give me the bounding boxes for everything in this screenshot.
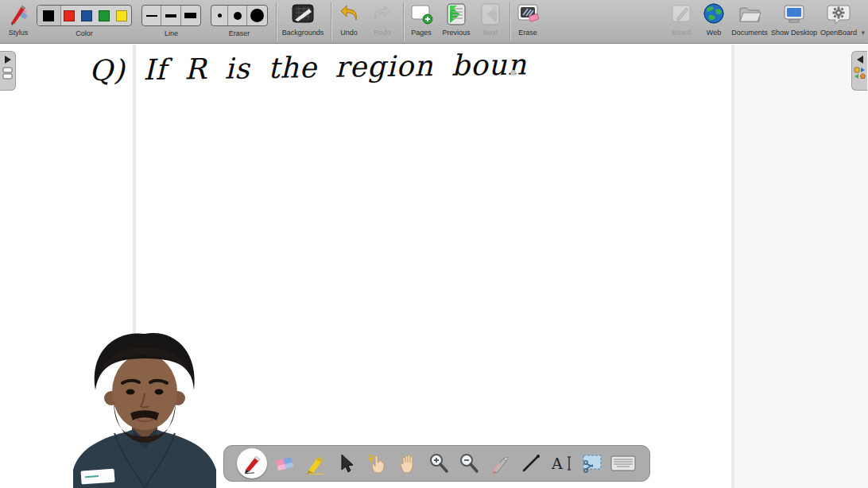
library-tab[interactable] (851, 51, 867, 91)
pen-icon (241, 452, 263, 474)
canvas-right-margin (734, 45, 868, 488)
handwritten-question-text: Q) If R is the region boun (89, 48, 567, 87)
erase-button[interactable]: Erase (512, 1, 544, 42)
pages-button[interactable]: Pages (405, 1, 437, 42)
pen-tool-button[interactable] (237, 448, 267, 478)
svg-text:A: A (551, 455, 563, 472)
toolbar-separator (331, 2, 331, 41)
show-desktop-button[interactable]: Show Desktop (771, 1, 817, 42)
previous-button[interactable]: Previous (439, 1, 474, 42)
web-globe-icon (699, 2, 728, 28)
interact-tool-button[interactable] (363, 448, 390, 478)
toolbar-separator (403, 2, 404, 41)
expand-right-icon (5, 56, 11, 64)
openboard-gear-icon (817, 2, 860, 28)
thick-line-icon (184, 13, 196, 18)
line-thin-option[interactable] (142, 6, 161, 25)
text-cursor-icon: A (550, 453, 574, 474)
line-label: Line (141, 29, 201, 37)
highlighter-tool-button[interactable] (302, 448, 329, 478)
top-toolbar: Stylus Color Line Eraser Backgrounds (0, 0, 868, 44)
library-icon (854, 67, 866, 79)
documents-folder-icon (730, 2, 769, 28)
openboard-menu-button[interactable]: OpenBoard (817, 1, 860, 42)
eraser-tool-button[interactable] (271, 448, 298, 478)
page-navigator-tab[interactable] (0, 51, 16, 91)
redo-icon (366, 2, 398, 28)
undo-label: Undo (333, 29, 365, 37)
medium-dot-icon (234, 12, 242, 20)
webcam-presenter-overlay (67, 328, 223, 488)
page-navigator-icon (2, 67, 13, 79)
highlighter-icon (304, 452, 327, 474)
zoom-in-tool-button[interactable] (425, 448, 452, 478)
color-swatch-blue[interactable] (78, 6, 95, 25)
backgrounds-icon (279, 2, 327, 28)
board-icon (666, 2, 696, 28)
whiteboard-canvas[interactable]: Q) If R is the region boun (0, 45, 868, 488)
toolbar-separator (276, 2, 277, 41)
undo-icon (333, 2, 365, 28)
open-hand-icon (397, 452, 419, 474)
black-swatch-icon (43, 10, 54, 21)
magnifier-minus-icon (458, 452, 480, 474)
line-group (141, 5, 201, 26)
eraser-medium-option[interactable] (228, 6, 246, 25)
web-label: Web (699, 29, 728, 37)
line-thick-option[interactable] (181, 6, 200, 25)
chevron-down-icon[interactable]: ▾ (861, 29, 865, 37)
next-button: Next (475, 1, 506, 42)
color-group (37, 5, 132, 26)
undo-button[interactable]: Undo (333, 1, 365, 42)
text-tool-button[interactable]: A (548, 448, 575, 478)
erase-label: Erase (512, 29, 544, 37)
eraser-small-option[interactable] (211, 6, 228, 25)
selector-tool-button[interactable] (332, 448, 359, 478)
board-button: Board (666, 1, 696, 42)
small-dot-icon (218, 14, 222, 17)
capture-scissors-icon (581, 453, 603, 474)
color-swatch-red[interactable] (61, 6, 79, 25)
page-right-edge-line (731, 45, 734, 488)
redo-label: Redo (366, 29, 398, 37)
previous-page-icon (439, 2, 474, 28)
laser-pointer-tool-button[interactable] (486, 448, 513, 478)
eraser-icon (273, 452, 296, 474)
color-swatch-green[interactable] (95, 6, 113, 25)
arrow-cursor-icon (336, 453, 355, 474)
large-dot-icon (250, 9, 264, 22)
web-button[interactable]: Web (699, 1, 728, 42)
stylus-cursor-dot (510, 70, 516, 76)
toolbar-separator (510, 2, 510, 41)
color-label: Color (37, 29, 132, 37)
next-label: Next (475, 29, 506, 37)
documents-label: Documents (730, 29, 769, 37)
eraser-large-option[interactable] (247, 6, 267, 25)
color-swatch-black[interactable] (37, 6, 61, 25)
green-swatch-icon (99, 10, 110, 21)
stylus-icon (2, 2, 35, 28)
virtual-keyboard-tool-button[interactable] (610, 448, 637, 478)
capture-tool-button[interactable] (579, 448, 606, 478)
zoom-out-tool-button[interactable] (455, 448, 482, 478)
backgrounds-button[interactable]: Backgrounds (279, 1, 327, 42)
backgrounds-label: Backgrounds (279, 29, 327, 37)
medium-line-icon (165, 14, 176, 17)
redo-button: Redo (366, 1, 398, 42)
blue-swatch-icon (81, 10, 92, 21)
pointing-hand-icon (366, 452, 388, 474)
pan-tool-button[interactable] (394, 448, 421, 478)
eraser-group (211, 5, 268, 26)
erase-page-icon (512, 2, 544, 28)
openboard-label: OpenBoard (817, 29, 860, 37)
pages-label: Pages (405, 29, 437, 37)
expand-left-icon (857, 56, 863, 64)
line-tool-button[interactable] (517, 448, 544, 478)
line-medium-option[interactable] (161, 6, 180, 25)
color-swatch-yellow[interactable] (112, 6, 131, 25)
previous-label: Previous (439, 29, 474, 37)
show-desktop-label: Show Desktop (771, 29, 817, 37)
stylus-button[interactable]: Stylus (2, 1, 35, 42)
eraser-label: Eraser (211, 29, 268, 37)
documents-button[interactable]: Documents (730, 1, 769, 42)
